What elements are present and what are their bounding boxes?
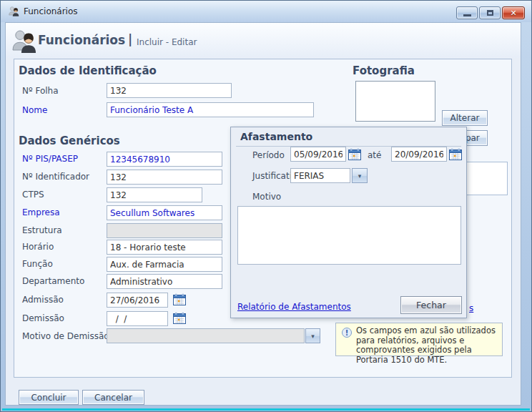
estrutura-label: Estrutura xyxy=(22,225,62,235)
identificador-input[interactable] xyxy=(107,170,222,185)
motivo-demissao-select xyxy=(107,328,305,343)
blue-fields-notice: ! Os campos em azul são utilizados para … xyxy=(335,323,503,356)
funcao-input[interactable] xyxy=(107,257,222,272)
departamento-label: Departamento xyxy=(22,276,84,286)
identificador-label: Nº Identificador xyxy=(22,172,89,182)
motivo-demissao-dropdown-button[interactable]: ▾ xyxy=(305,328,320,343)
ctps-label: CTPS xyxy=(22,190,44,200)
cancelar-button[interactable]: Cancelar xyxy=(82,390,144,405)
window-people-icon xyxy=(8,6,20,17)
pis-input[interactable] xyxy=(107,152,222,167)
empresa-label: Empresa xyxy=(22,207,60,217)
pis-label: Nº PIS/PASEP xyxy=(22,154,78,164)
section-identificacao-heading: Dados de Identificação xyxy=(19,64,157,77)
app-window: Funcionários ✕ Funcionários | Incluir - … xyxy=(0,0,532,412)
folha-input[interactable] xyxy=(107,83,232,98)
fechar-button[interactable]: Fechar xyxy=(400,296,462,314)
relatorio-afastamentos-link[interactable]: Relatório de Afastamentos xyxy=(237,302,351,312)
admissao-label: Admissão xyxy=(22,295,64,305)
obscured-link-fragment: s xyxy=(469,303,473,313)
minimize-button[interactable] xyxy=(456,6,478,19)
nome-label: Nome xyxy=(22,105,47,115)
periodo-fim-calendar-icon[interactable] xyxy=(449,148,463,161)
demissao-input[interactable] xyxy=(107,311,168,326)
periodo-fim-input[interactable] xyxy=(391,147,447,162)
maximize-icon xyxy=(487,10,493,16)
folha-label: Nº Folha xyxy=(22,86,59,96)
employees-icon xyxy=(10,28,39,55)
periodo-label: Período xyxy=(252,150,285,160)
close-icon: ✕ xyxy=(510,9,516,18)
section-genericos-heading: Dados Genéricos xyxy=(19,134,120,147)
chevron-down-icon: ▾ xyxy=(358,172,362,180)
ctps-input[interactable] xyxy=(107,187,202,202)
info-icon: ! xyxy=(342,328,352,338)
concluir-button[interactable]: Concluir xyxy=(19,390,79,405)
titlebar[interactable]: Funcionários ✕ xyxy=(1,1,532,22)
dialog-title: Afastamento xyxy=(240,131,312,142)
ate-label: até xyxy=(368,150,381,160)
chevron-down-icon: ▾ xyxy=(311,333,315,340)
horario-label: Horário xyxy=(22,242,54,252)
motivo-demissao-label: Motivo de Demissão xyxy=(22,331,109,341)
alterar-photo-button[interactable]: Alterar xyxy=(442,110,488,126)
justificativa-input[interactable] xyxy=(290,168,350,183)
maximize-button[interactable] xyxy=(479,6,501,19)
estrutura-input xyxy=(107,223,222,238)
notice-text: Os campos em azul são utilizados para re… xyxy=(356,326,501,365)
departamento-input[interactable] xyxy=(107,274,222,289)
title-separator: | xyxy=(128,32,132,46)
horario-input[interactable] xyxy=(107,240,222,255)
admissao-calendar-icon[interactable] xyxy=(173,293,187,306)
empresa-input[interactable] xyxy=(107,205,222,220)
afastamento-dialog: Afastamento Período até Justificativa ▾ … xyxy=(230,127,467,318)
page-subtitle: Incluir - Editar xyxy=(137,37,197,47)
minimize-icon xyxy=(463,14,471,16)
admissao-input[interactable] xyxy=(107,293,168,308)
motivo-textarea[interactable] xyxy=(237,206,461,265)
photo-box xyxy=(355,81,435,122)
page-title: Funcionários xyxy=(38,33,125,47)
demissao-label: Demissão xyxy=(22,313,64,323)
close-button[interactable]: ✕ xyxy=(502,6,525,19)
funcao-label: Função xyxy=(22,259,53,269)
section-fotografia-heading: Fotografia xyxy=(353,64,415,77)
justificativa-dropdown-button[interactable]: ▾ xyxy=(352,168,368,183)
motivo-label: Motivo xyxy=(252,192,281,202)
window-title: Funcionários xyxy=(24,6,78,16)
demissao-calendar-icon[interactable] xyxy=(173,312,187,325)
window-bottom-edge xyxy=(2,408,530,411)
periodo-inicio-input[interactable] xyxy=(290,147,346,162)
periodo-inicio-calendar-icon[interactable] xyxy=(348,148,363,161)
nome-input[interactable] xyxy=(107,102,314,117)
